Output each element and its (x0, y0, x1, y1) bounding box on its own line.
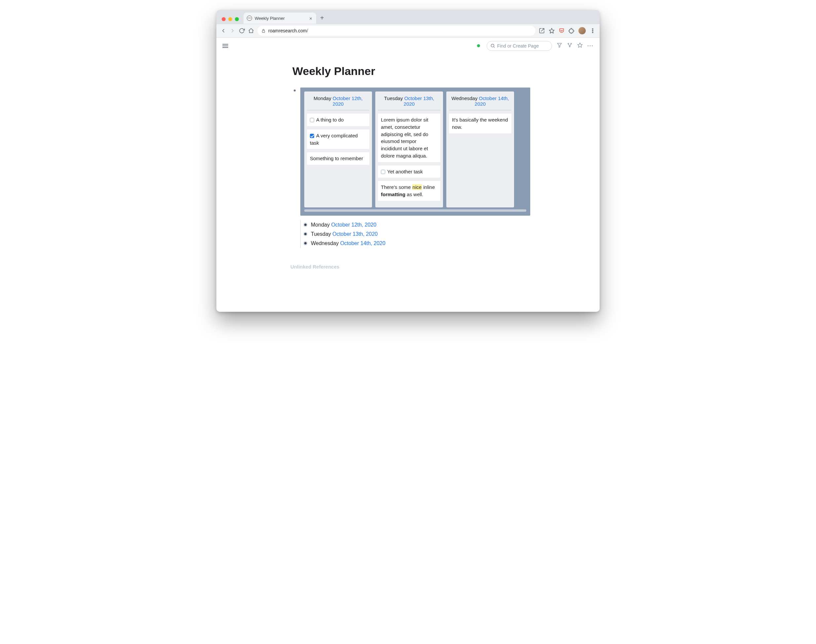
close-window-icon[interactable] (222, 17, 225, 21)
horizontal-scrollbar[interactable] (304, 209, 526, 212)
address-bar: roamresearch.com/ (216, 24, 600, 38)
home-icon[interactable] (248, 28, 254, 34)
kanban-board: Monday October 12th, 2020A thing to doA … (300, 87, 530, 216)
kanban-column: Monday October 12th, 2020A thing to doA … (304, 92, 372, 207)
kanban-column: Wednesday October 14th, 2020It's basical… (446, 92, 514, 207)
unlinked-references[interactable]: Unlinked References (290, 264, 530, 270)
url-text: roamresearch.com/ (268, 28, 308, 33)
checkbox[interactable] (381, 170, 385, 174)
page-title[interactable]: Weekly Planner (292, 65, 530, 78)
favicon-icon (247, 15, 252, 21)
reload-icon[interactable] (239, 28, 245, 34)
kanban-column-header[interactable]: Monday October 12th, 2020 (307, 94, 369, 110)
search-placeholder: Find or Create Page (497, 43, 539, 49)
lock-icon (261, 29, 265, 33)
browser-tab[interactable]: Weekly Planner × (244, 12, 316, 24)
svg-line-6 (494, 47, 495, 48)
search-input[interactable]: Find or Create Page (487, 41, 552, 51)
page-body: Weekly Planner Monday October 12th, 2020… (216, 54, 600, 312)
browser-window: Weekly Planner × + roamresearch.com/ (216, 10, 600, 312)
svg-point-5 (491, 44, 494, 47)
maximize-window-icon[interactable] (235, 17, 239, 21)
kanban-column-header[interactable]: Tuesday October 13th, 2020 (378, 94, 440, 110)
block-row[interactable]: Monday October 12th, 2020 (303, 220, 530, 230)
more-menu-icon[interactable]: ··· (587, 43, 594, 49)
graph-icon[interactable] (567, 42, 572, 49)
close-tab-icon[interactable]: × (308, 15, 313, 21)
date-link[interactable]: October 14th, 2020 (475, 95, 509, 107)
child-blocks: Monday October 12th, 2020Tuesday October… (300, 220, 530, 248)
minimize-window-icon[interactable] (228, 17, 232, 21)
block-text: Tuesday October 13th, 2020 (311, 231, 377, 237)
block-text: Wednesday October 14th, 2020 (311, 241, 385, 246)
window-controls (220, 17, 241, 24)
kanban-card[interactable]: A very complicated task (307, 129, 369, 149)
kanban-card[interactable]: Something to remember (307, 152, 369, 165)
extensions-icon[interactable] (569, 28, 575, 34)
svg-marker-11 (577, 43, 582, 47)
svg-marker-7 (557, 43, 561, 48)
checkbox[interactable] (310, 134, 314, 138)
url-field[interactable]: roamresearch.com/ (257, 26, 535, 36)
app-toolbar: Find or Create Page ··· (216, 38, 600, 54)
kanban-card[interactable]: A thing to do (307, 113, 369, 126)
kanban-card[interactable]: Yet another task (378, 166, 440, 178)
date-link[interactable]: October 13th, 2020 (332, 231, 377, 237)
browser-menu-icon[interactable] (590, 28, 596, 34)
svg-point-3 (592, 31, 593, 31)
block-row[interactable]: Wednesday October 14th, 2020 (303, 239, 530, 248)
pocket-icon[interactable] (559, 28, 564, 34)
checkbox[interactable] (310, 118, 314, 122)
filter-icon[interactable] (557, 42, 562, 49)
block-text: Monday October 12th, 2020 (311, 222, 376, 228)
tab-title: Weekly Planner (255, 16, 285, 21)
menu-toggle-icon[interactable] (222, 43, 228, 49)
bold-text: formatting (381, 192, 405, 197)
kanban-card[interactable]: It's basically the weekend now. (449, 113, 511, 133)
kanban-card[interactable]: Lorem ipsum dolor sit amet, consectetur … (378, 113, 440, 162)
back-icon[interactable] (220, 28, 226, 34)
favorite-icon[interactable] (577, 42, 583, 49)
date-link[interactable]: October 14th, 2020 (340, 241, 385, 246)
date-link[interactable]: October 13th, 2020 (404, 95, 434, 107)
svg-marker-1 (549, 28, 554, 33)
block-bullet-icon[interactable] (303, 232, 308, 236)
new-tab-button[interactable]: + (319, 14, 327, 24)
svg-point-4 (592, 32, 593, 33)
block-bullet-icon[interactable] (303, 241, 308, 245)
profile-avatar[interactable] (578, 27, 586, 34)
svg-rect-0 (262, 31, 265, 32)
highlight: nice (412, 184, 422, 190)
kanban-column: Tuesday October 13th, 2020Lorem ipsum do… (375, 92, 443, 207)
forward-icon[interactable] (230, 28, 236, 34)
sync-status-icon (477, 44, 480, 47)
block-row[interactable]: Tuesday October 13th, 2020 (303, 230, 530, 239)
outline-root: Monday October 12th, 2020A thing to doA … (292, 87, 530, 248)
open-external-icon[interactable] (539, 28, 545, 34)
block-bullet-icon[interactable] (294, 89, 296, 92)
date-link[interactable]: October 12th, 2020 (331, 222, 376, 227)
browser-chrome: Weekly Planner × + roamresearch.com/ (216, 10, 600, 38)
svg-point-2 (592, 28, 593, 29)
search-icon (490, 43, 495, 48)
date-link[interactable]: October 12th, 2020 (333, 95, 363, 107)
block-bullet-icon[interactable] (303, 222, 308, 227)
kanban-column-header[interactable]: Wednesday October 14th, 2020 (449, 94, 511, 110)
kanban-card[interactable]: There's some nice inline formatting as w… (378, 181, 440, 201)
bookmark-star-icon[interactable] (549, 28, 555, 34)
